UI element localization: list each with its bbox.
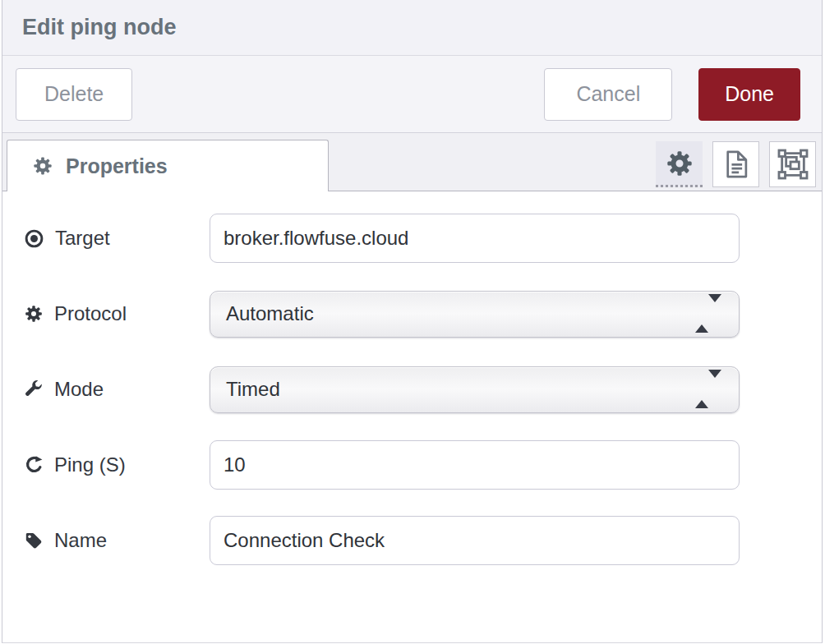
target-label: Target bbox=[24, 227, 210, 250]
dialog-button-bar: Delete Cancel Done bbox=[2, 56, 822, 133]
mode-select-value: Timed bbox=[226, 378, 280, 401]
tab-properties-label: Properties bbox=[66, 154, 168, 178]
document-icon bbox=[721, 149, 752, 180]
appearance-button[interactable] bbox=[769, 141, 816, 187]
name-input[interactable] bbox=[210, 516, 740, 565]
delete-button[interactable]: Delete bbox=[16, 68, 132, 121]
mode-select[interactable]: Timed bbox=[210, 366, 740, 413]
form-row-target: Target bbox=[24, 200, 822, 276]
cancel-button[interactable]: Cancel bbox=[544, 68, 672, 121]
dialog-header: Edit ping node bbox=[2, 0, 822, 56]
form-row-protocol: Protocol Automatic bbox=[24, 276, 822, 352]
form-row-name: Name bbox=[24, 503, 822, 578]
editor-tab-bar: Properties bbox=[2, 133, 822, 191]
gear-icon bbox=[32, 155, 53, 177]
target-input[interactable] bbox=[210, 214, 740, 263]
mode-label: Mode bbox=[24, 378, 210, 401]
dialog-title: Edit ping node bbox=[22, 15, 176, 40]
form-row-ping: Ping (S) bbox=[24, 427, 822, 503]
form-row-mode: Mode Timed bbox=[24, 352, 822, 427]
ping-interval-input[interactable] bbox=[210, 440, 740, 490]
tab-properties[interactable]: Properties bbox=[7, 140, 329, 191]
description-button[interactable] bbox=[712, 141, 759, 187]
protocol-select-value: Automatic bbox=[226, 302, 314, 325]
edit-node-tray: Edit ping node Delete Cancel Done bbox=[2, 0, 823, 643]
select-arrows-icon bbox=[695, 378, 721, 401]
properties-gear-button[interactable] bbox=[656, 141, 703, 187]
name-label: Name bbox=[24, 529, 210, 552]
done-button[interactable]: Done bbox=[698, 68, 800, 121]
appearance-group-icon bbox=[777, 148, 809, 181]
protocol-label: Protocol bbox=[24, 302, 210, 325]
refresh-icon bbox=[24, 455, 44, 475]
wrench-icon bbox=[24, 380, 44, 399]
protocol-select[interactable]: Automatic bbox=[210, 291, 740, 338]
tab-icon-buttons bbox=[656, 141, 816, 187]
ping-label: Ping (S) bbox=[24, 453, 210, 476]
select-arrows-icon bbox=[695, 302, 721, 325]
properties-form: Target bbox=[2, 191, 822, 578]
circle-dot-icon bbox=[24, 228, 44, 249]
gear-icon bbox=[24, 304, 44, 324]
tag-icon bbox=[24, 531, 44, 550]
gear-icon bbox=[665, 149, 694, 178]
